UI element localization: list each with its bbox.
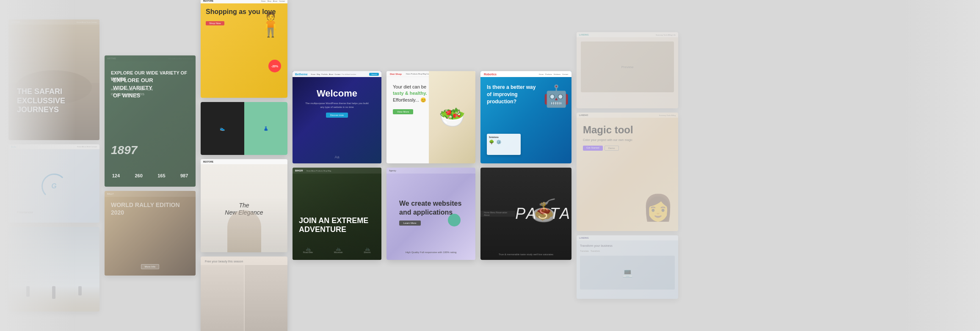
- betheme-logo: Betheme: [295, 73, 308, 76]
- diet-food-img: 🥗: [429, 71, 475, 163]
- betheme-subtitle: The multipurpose WordPress theme that he…: [305, 102, 369, 109]
- bello-template[interactable]: Bello Home About Work Contact G Freelanc…: [8, 144, 99, 223]
- betheme-aa-icon: Aa: [334, 155, 339, 159]
- wc-content: We create websites and applications Lear…: [399, 199, 463, 226]
- robotics-nav-home[interactable]: Home: [539, 73, 544, 75]
- figure-1: [26, 286, 30, 297]
- stat-num-2: 260: [135, 173, 142, 178]
- magic-nav: LANDHO Summary Tools Billing: [577, 113, 678, 118]
- landing-bottom-template[interactable]: LANDING Transform your business Translat…: [577, 235, 678, 299]
- safari-nav: Home About Tours Contact: [77, 21, 97, 23]
- betheme-nav-about[interactable]: About: [329, 73, 333, 75]
- diet-view-btn[interactable]: View More: [393, 109, 413, 114]
- bestore-nav-about: About: [273, 0, 277, 2]
- bestore-nav-shop: Shop: [267, 0, 271, 2]
- col-2: ARTME Home About Wine Tours Contact EXPL…: [105, 55, 196, 276]
- robotics-template[interactable]: Robotics Home Products Solutions Contact…: [480, 71, 571, 163]
- bestore-discount-badge: -20%: [268, 60, 281, 72]
- pasta-tagline: True & memorable taste study well low sa…: [487, 253, 565, 256]
- screenshot-grid: SAFARI Home About Tours Contact THE SAFA…: [0, 0, 980, 331]
- biker-template[interactable]: BIKER Home About Products Shop Blog JOIN…: [293, 168, 381, 260]
- wc-headline: We create websites and applications: [399, 199, 463, 217]
- rally-cta[interactable]: More Info: [141, 264, 159, 269]
- magic-content: Magic tool Color your project with our o…: [577, 118, 678, 151]
- robotics-info-card: Solutions 🌳 ⚙️: [487, 134, 521, 155]
- robotics-nav-contact[interactable]: Contact: [562, 73, 568, 75]
- stat-num-4: 987: [180, 173, 188, 178]
- rally-logo: RALLY: [107, 193, 113, 195]
- robotics-headline: Is there a better way of improving produ…: [487, 84, 538, 105]
- pasta-content: PASTA 🍝: [515, 205, 571, 223]
- pasta-template[interactable]: Home Menu Reservation About PASTA 🍝 True…: [480, 168, 571, 260]
- biker-headline: JOIN AN EXTREME ADVENTURE: [299, 216, 381, 234]
- stat-3: 165: [157, 173, 165, 178]
- pasta-bowl-icon: 🍝: [530, 198, 557, 223]
- landing2-btns: Translate Transform: [580, 250, 675, 252]
- bestore-elegance-template[interactable]: BESTORE TheNew Elegance: [201, 159, 287, 252]
- bestore-fashion-template[interactable]: Free your beauty this season: [201, 257, 287, 331]
- bello-content: G Freelancer: [8, 149, 99, 223]
- betheme-search-btn[interactable]: Search: [369, 73, 379, 76]
- robotics-nav-products[interactable]: Products: [545, 73, 552, 75]
- betheme-nav-contact[interactable]: Contact: [334, 73, 340, 75]
- figure-3: [78, 286, 82, 295]
- pasta-nav-items: Home Menu Reservation About: [484, 211, 512, 216]
- stat-4: 987: [180, 173, 188, 178]
- robotics-nav-solutions[interactable]: Solutions: [554, 73, 560, 75]
- magic-tool-template[interactable]: LANDHO Summary Tools Billing Magic tool …: [577, 113, 678, 231]
- landing2-text: Transform your business: [580, 244, 675, 248]
- bestore-shop-btn[interactable]: Shop Now: [206, 21, 224, 25]
- betheme-center-content: Welcome The multipurpose WordPress theme…: [305, 88, 369, 118]
- websites-template[interactable]: Agency We create websites and applicatio…: [386, 168, 475, 260]
- betheme-nav-defined[interactable]: For defined section: [342, 73, 356, 75]
- betheme-nav-home[interactable]: Home: [311, 73, 316, 75]
- landing-top-template[interactable]: LANDING Summary Tools Billing Info Previ…: [577, 32, 678, 108]
- landing-nav-links: Summary Tools Billing Info: [656, 34, 676, 36]
- wc-logo: Agency: [389, 169, 396, 172]
- bestore-logo: BESTORE: [203, 0, 213, 2]
- diet-template[interactable]: Diet Shop Home Products Shop Blog Contac…: [386, 71, 475, 163]
- betheme-nav-portfolio[interactable]: Portfolio: [321, 73, 328, 75]
- mosaic-container: SAFARI Home About Tours Contact THE SAFA…: [0, 0, 980, 331]
- winter-figures: [15, 286, 93, 299]
- robotics-3d-icon: 🤖: [543, 84, 569, 108]
- stat-2: 260: [135, 173, 142, 178]
- stat-num-3: 165: [157, 173, 165, 178]
- safari-overlay: [8, 19, 99, 140]
- robotics-card-title: Solutions: [489, 136, 519, 138]
- magic-logo: LANDHO: [579, 114, 588, 116]
- magic-cta-btn[interactable]: Get Started: [583, 146, 603, 151]
- wc-cta[interactable]: Learn More: [399, 221, 421, 226]
- landing2-content: Transform your business Translate Transf…: [577, 240, 678, 293]
- bestore-shop-template[interactable]: BESTORE Home Shop About Contact Shopping…: [201, 0, 287, 98]
- wc-tagline: High Quality Full responsive with 100% r…: [406, 251, 457, 254]
- stat-1: 124: [112, 173, 120, 178]
- biker-logo: BIKER: [295, 169, 303, 172]
- diet-btn-area: View More: [393, 107, 433, 114]
- winter-template[interactable]: [8, 227, 99, 312]
- diet-logo: Diet Shop: [390, 73, 402, 75]
- betheme-nav-blog[interactable]: Blog: [317, 73, 320, 75]
- landing2-about-link[interactable]: Transform: [591, 250, 600, 252]
- artime-history: HISTORY AND TRADITIONOF OUR VINEYARDS: [111, 87, 189, 97]
- rally-title: WORLD RALLY EDITION 2020: [111, 201, 189, 216]
- pasta-nav: Home Menu Reservation About: [480, 211, 515, 217]
- robotics-nav: Robotics Home Products Solutions Contact: [480, 71, 571, 77]
- betheme-welcome-template[interactable]: Betheme Home Blog Portfolio About Contac…: [293, 71, 381, 163]
- fashion-img-2: [245, 265, 288, 331]
- bestore-elegance-nav: BESTORE: [201, 159, 287, 164]
- col-3: BESTORE Home Shop About Contact Shopping…: [201, 0, 287, 331]
- landing2-preview: 💻: [580, 256, 675, 290]
- artime-stats: 124 260 165 987: [105, 173, 196, 178]
- diet-nav-links: Home Products Shop Blog Contact: [406, 73, 432, 75]
- bestore-tiles-template[interactable]: 👟 👗: [201, 102, 287, 155]
- landing2-home-link[interactable]: Translate: [580, 250, 589, 252]
- magic-demo-btn[interactable]: Demo: [605, 146, 619, 151]
- artime-template[interactable]: ARTME Home About Wine Tours Contact EXPL…: [105, 55, 196, 187]
- safari-template[interactable]: SAFARI Home About Tours Contact THE SAFA…: [8, 19, 99, 140]
- robotics-card-icons: 🌳 ⚙️: [489, 140, 519, 144]
- landing-preview: Preview: [581, 41, 674, 92]
- rally-template[interactable]: RALLY WORLD RALLY EDITION 2020 More Info: [105, 191, 196, 276]
- betheme-discover-btn[interactable]: Discover more: [326, 113, 348, 118]
- col-7: LANDING Summary Tools Billing Info Previ…: [577, 32, 678, 299]
